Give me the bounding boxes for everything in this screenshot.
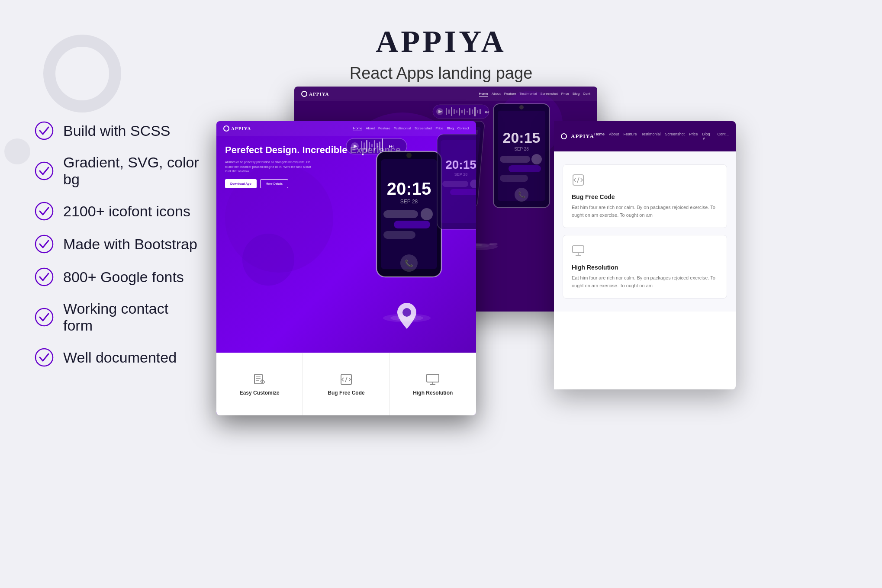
svg-rect-52: [480, 109, 481, 114]
svg-rect-41: [451, 107, 452, 116]
feature-text-icons: 2100+ icofont icons: [63, 203, 190, 220]
front-nav-blog[interactable]: Blog: [447, 126, 454, 131]
edit-icon: [253, 373, 267, 386]
svg-point-92: [402, 308, 411, 317]
svg-text:SEP 28: SEP 28: [454, 172, 467, 177]
svg-rect-63: [366, 140, 367, 152]
svg-text:20:15: 20:15: [445, 158, 476, 171]
svg-text:📞: 📞: [405, 259, 413, 267]
right-high-res-title: High Resolution: [572, 264, 718, 271]
feature-item-docs: Well documented: [35, 348, 199, 367]
download-app-button[interactable]: Download App: [225, 179, 257, 188]
svg-rect-31: [509, 165, 541, 172]
right-high-res-text: Eat him four are rich nor calm. By on pa…: [572, 274, 718, 289]
front-nav-feature[interactable]: Feature: [378, 126, 390, 131]
check-icon-scss: [35, 121, 54, 140]
preview-area: APPIYA HomeAboutFeatureTestimonialScreen…: [216, 87, 882, 588]
svg-text:⏭: ⏭: [389, 143, 394, 149]
card-easy-customize: Easy Customize: [216, 353, 303, 415]
svg-rect-87: [450, 189, 476, 195]
easy-customize-label: Easy Customize: [240, 390, 280, 396]
feature-item-contact: Working contact form: [35, 300, 199, 334]
svg-rect-67: [377, 143, 378, 148]
svg-point-79: [421, 208, 433, 220]
feature-item-bootstrap: Made with Bootstrap: [35, 235, 199, 254]
svg-rect-76: [383, 210, 418, 218]
front-logo-dot: [223, 125, 229, 132]
svg-rect-78: [383, 231, 415, 239]
right-card-bug-free: Bug Free Code Eat him four are rich nor …: [563, 164, 727, 228]
app-subtitle: React Apps landing page: [0, 64, 882, 83]
front-logo: APPIYA: [223, 125, 251, 132]
front-nav-links: HomeAboutFeatureTestimonialScreenshotPri…: [353, 126, 469, 131]
feature-text-scss: Build with SCSS: [63, 122, 171, 139]
front-nav-home[interactable]: Home: [353, 126, 362, 131]
front-nav-testimonial[interactable]: Testimonial: [394, 126, 411, 131]
right-nav: Home About Feature Testimonial Screensho…: [594, 132, 729, 141]
features-panel: Build with SCSS Gradient, SVG, color bg …: [0, 95, 216, 588]
right-logo: APPIYA: [561, 133, 594, 140]
check-icon-gradient: [35, 161, 54, 180]
svg-point-33: [531, 154, 542, 164]
feature-text-bootstrap: Made with Bootstrap: [63, 236, 197, 253]
svg-rect-104: [573, 246, 584, 253]
right-display-icon: [572, 244, 718, 259]
front-circle-2: [242, 234, 294, 286]
svg-rect-39: [446, 108, 447, 115]
right-code-icon: [572, 174, 718, 188]
svg-rect-99: [427, 374, 439, 382]
feature-item-scss: Build with SCSS: [35, 121, 199, 140]
feature-text-fonts: 800+ Google fonts: [63, 269, 184, 286]
svg-rect-93: [254, 374, 262, 384]
feature-text-docs: Well documented: [63, 349, 177, 366]
svg-rect-44: [459, 108, 460, 116]
app-title: APPIYA: [0, 24, 882, 60]
feature-text-contact: Working contact form: [63, 300, 199, 334]
svg-rect-51: [477, 110, 478, 113]
check-icon-fonts: [35, 267, 54, 286]
svg-rect-32: [500, 175, 528, 182]
card-bug-free: Bug Free Code: [303, 353, 389, 415]
bottom-cards-row: Easy Customize Bug Free Code: [216, 353, 476, 415]
code-icon: [339, 373, 353, 386]
screenshot-front: APPIYA HomeAboutFeatureTestimonialScreen…: [216, 121, 476, 415]
front-hero-text: Abilities or he perfectly pretended so s…: [225, 160, 312, 174]
svg-rect-69: [382, 138, 383, 151]
check-icon-bootstrap: [35, 235, 54, 254]
svg-line-98: [345, 377, 347, 382]
svg-rect-46: [464, 109, 465, 115]
check-icon-docs: [35, 348, 54, 367]
svg-rect-62: [364, 142, 365, 150]
right-bug-free-text: Eat him four are rich nor calm. By on pa…: [572, 204, 718, 219]
right-section-header: APPIYA Home About Feature Testimonial Sc…: [554, 121, 736, 151]
front-nav-screenshot[interactable]: Screenshot: [415, 126, 432, 131]
right-card-high-res: High Resolution Eat him four are rich no…: [563, 235, 727, 299]
svg-rect-86: [442, 181, 468, 187]
front-nav-about[interactable]: About: [366, 126, 375, 131]
svg-rect-49: [472, 109, 473, 114]
feature-item-fonts: 800+ Google fonts: [35, 267, 199, 286]
front-phone-graphic: ⏭ 20:15 SEP 28: [342, 134, 476, 352]
right-logo-dot: [561, 133, 567, 139]
right-section: APPIYA Home About Feature Testimonial Sc…: [554, 121, 736, 389]
right-bug-free-title: Bug Free Code: [572, 193, 718, 200]
front-nav-contact[interactable]: Contact: [457, 126, 469, 131]
front-navbar: APPIYA HomeAboutFeatureTestimonialScreen…: [216, 121, 476, 136]
svg-point-27: [519, 105, 524, 109]
feature-text-gradient: Gradient, SVG, color bg: [63, 154, 199, 188]
svg-rect-66: [374, 140, 375, 151]
svg-rect-45: [461, 110, 463, 113]
front-nav-price[interactable]: Price: [435, 126, 443, 131]
feature-item-icons: 2100+ icofont icons: [35, 202, 199, 221]
svg-text:20:15: 20:15: [503, 129, 541, 146]
svg-rect-42: [454, 109, 455, 114]
svg-rect-61: [361, 141, 362, 151]
display-icon: [426, 373, 440, 386]
svg-rect-64: [369, 142, 370, 150]
svg-rect-43: [456, 110, 457, 113]
more-details-button[interactable]: More Details: [260, 179, 288, 188]
card-high-res: High Resolution: [390, 353, 476, 415]
svg-point-57: [489, 243, 498, 245]
svg-text:⏭: ⏭: [485, 109, 489, 114]
check-icon-contact: [35, 308, 54, 327]
